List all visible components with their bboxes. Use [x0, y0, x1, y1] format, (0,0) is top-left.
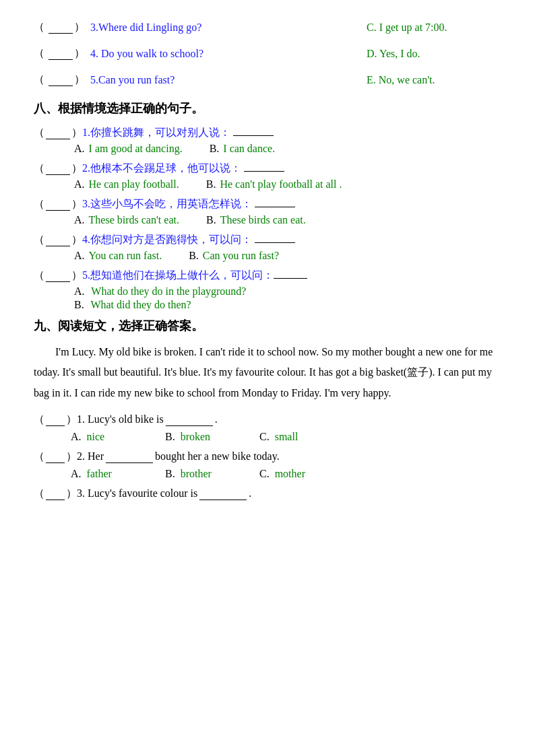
q-chinese-3: 3.这些小鸟不会吃，用英语怎样说：: [82, 197, 295, 211]
rq1-period: .: [215, 413, 218, 425]
answer-text-4: Yes, I do.: [379, 48, 420, 59]
ans-blank-5: [46, 269, 70, 282]
opts-5: A. What do they do in the playground? B.…: [34, 285, 501, 311]
rq2-line: （ ）2. Her bought her a new bike today.: [34, 450, 501, 464]
paren-right-3: ）: [74, 20, 85, 34]
answer-4: D. Yes, I do.: [367, 48, 501, 60]
opts-4: A. You can run fast. B. Can you run fast…: [34, 250, 501, 262]
rq2-paren-l: （: [34, 450, 44, 464]
choose-item-3: （ ） 3.这些小鸟不会吃，用英语怎样说： A. These birds can…: [34, 197, 501, 226]
opts-3: A. These birds can't eat. B. These birds…: [34, 214, 501, 226]
q-line-2: （ ） 2.他根本不会踢足球，他可以说：: [34, 162, 501, 176]
paren-left-4: （: [34, 46, 44, 61]
reading-passage: I'm Lucy. My old bike is broken. I can't…: [34, 342, 501, 403]
rq2-opt-a: A. father: [71, 468, 165, 480]
paren-l-5: （: [34, 269, 44, 283]
matching-section: （ ） 3.Where did Lingling go? C. I get up…: [34, 20, 501, 87]
answer-label-3: C.: [367, 22, 377, 33]
question-text-3: 3.Where did Lingling go?: [90, 22, 367, 34]
rq3-line: （ ）3. Lucy's favourite colour is .: [34, 487, 501, 501]
rq3-period: .: [249, 487, 251, 500]
rq3-answer-blank: [199, 487, 247, 500]
answer-text-5: No, we can't.: [379, 74, 435, 85]
opt-label-1a: A.: [74, 143, 85, 155]
opt-label-4b: B.: [189, 250, 199, 262]
blank-5: [49, 73, 73, 86]
rq2-suffix: bought her a new bike today.: [155, 450, 280, 462]
answer-3: C. I get up at 7:00.: [367, 22, 501, 34]
rq2-paren-r: ）2. Her: [66, 450, 104, 464]
opt-label-1b: B.: [210, 143, 220, 155]
question-text-4: 4. Do you walk to school?: [90, 48, 367, 60]
rq2-blank: [46, 450, 65, 463]
passage-text-1: I'm Lucy. My old bike is broken. I can't…: [34, 346, 493, 399]
opt-label-5b: B.: [74, 299, 84, 310]
q-line-5: （ ） 5.想知道他们在操场上做什么，可以问：: [34, 269, 501, 283]
opt-val-5a: What do they do in the playground?: [91, 285, 246, 297]
opt-val-4a: You can run fast.: [89, 250, 162, 262]
opt-val-4b: Can you run fast?: [203, 250, 279, 262]
paren-r-2: ）: [71, 162, 82, 176]
reading-q-2: （ ）2. Her bought her a new bike today. A…: [34, 450, 501, 480]
blank-4: [49, 47, 73, 60]
q-chinese-1: 1.你擅长跳舞，可以对别人说：: [82, 126, 274, 140]
reading-q-1: （ ）1. Lucy's old bike is . A. nice B. br…: [34, 413, 501, 443]
paren-l-4: （: [34, 233, 44, 247]
answer-text-3: I get up at 7:00.: [379, 22, 447, 33]
q-chinese-5: 5.想知道他们在操场上做什么，可以问：: [82, 269, 307, 283]
q1-text: 1.你擅长跳舞，可以对别人说：: [82, 127, 230, 138]
opt-val-2a: He can play football.: [89, 178, 179, 191]
opt-5b-line: B. What did they do then?: [74, 299, 218, 311]
q5-text: 5.想知道他们在操场上做什么，可以问：: [82, 269, 274, 281]
opt-label-2a: A.: [74, 178, 85, 191]
section-9: 九、阅读短文，选择正确答案。 I'm Lucy. My old bike is …: [34, 318, 501, 501]
section-8-title: 八、根据情境选择正确的句子。: [34, 100, 501, 116]
matching-item-3: （ ） 3.Where did Lingling go? C. I get up…: [34, 20, 501, 34]
question-text-5: 5.Can you run fast?: [90, 74, 367, 86]
ans-blank-3: [46, 198, 70, 211]
rq1-answer-blank: [166, 413, 213, 426]
paren-r-3: ）: [71, 197, 82, 211]
rq3-text: ）3. Lucy's favourite colour is: [66, 487, 197, 501]
q-line-4: （ ） 4.你想问对方是否跑得快，可以问：: [34, 233, 501, 247]
matching-item-5: （ ） 5.Can you run fast? E. No, we can't.: [34, 73, 501, 87]
rq1-opt-b: B. broken: [165, 431, 259, 443]
blank-3: [49, 21, 73, 34]
paren-r-5: ）: [71, 269, 82, 283]
opt-val-1b: I can dance.: [223, 143, 275, 155]
rq2-answer-blank: [106, 450, 153, 463]
choose-item-4: （ ） 4.你想问对方是否跑得快，可以问： A. You can run fas…: [34, 233, 501, 262]
rq3-blank: [46, 487, 65, 500]
choose-item-2: （ ） 2.他根本不会踢足球，他可以说： A. He can play foot…: [34, 162, 501, 191]
paren-right-5: ）: [74, 73, 85, 87]
rq1-opt-a: A. nice: [71, 431, 165, 443]
rq1-opt-c: C. small: [259, 431, 354, 443]
paren-r-4: ）: [71, 233, 82, 247]
opt-5a-line: A. What do they do in the playground?: [74, 285, 273, 298]
rq3-paren-l: （: [34, 487, 44, 501]
paren-r-1: ）: [71, 126, 82, 140]
choose-item-1: （ ） 1.你擅长跳舞，可以对别人说： A. I am good at danc…: [34, 126, 501, 155]
section-8: 八、根据情境选择正确的句子。 （ ） 1.你擅长跳舞，可以对别人说： A. I …: [34, 100, 501, 311]
opts-1: A. I am good at dancing. B. I can dance.: [34, 143, 501, 155]
q3-text: 3.这些小鸟不会吃，用英语怎样说：: [82, 198, 252, 209]
opts-2: A. He can play football. B. He can't pla…: [34, 178, 501, 191]
opt-val-2b: He can't play football at all .: [220, 178, 342, 191]
rq2-opt-c: C. mother: [259, 468, 354, 480]
opt-val-3b: These birds can eat.: [220, 214, 306, 226]
q4-text: 4.你想问对方是否跑得快，可以问：: [82, 234, 252, 245]
opt-label-4a: A.: [74, 250, 85, 262]
ans-blank-4: [46, 234, 70, 246]
q2-text: 2.他根本不会踢足球，他可以说：: [82, 162, 241, 174]
rq1-opts: A. nice B. broken C. small: [34, 431, 501, 443]
reading-q-3: （ ）3. Lucy's favourite colour is .: [34, 487, 501, 501]
matching-item-4: （ ） 4. Do you walk to school? D. Yes, I …: [34, 46, 501, 61]
opt-val-1a: I am good at dancing.: [89, 143, 183, 155]
answer-label-5: E.: [367, 74, 376, 85]
q-chinese-4: 4.你想问对方是否跑得快，可以问：: [82, 233, 295, 247]
paren-left-3: （: [34, 20, 44, 34]
opt-val-5b: What did they do then?: [90, 299, 191, 310]
opt-val-3a: These birds can't eat.: [89, 214, 179, 226]
rq2-opt-b: B. brother: [165, 468, 259, 480]
answer-5: E. No, we can't.: [367, 74, 501, 86]
